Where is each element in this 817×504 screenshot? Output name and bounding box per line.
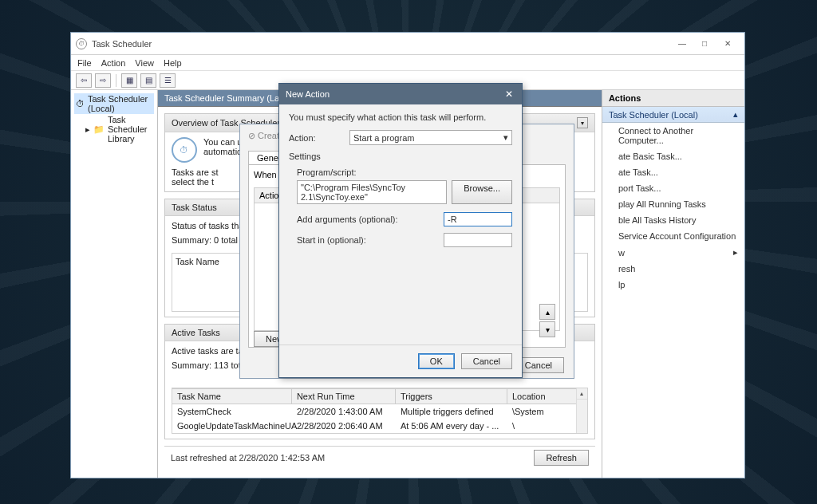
moveup-button[interactable]: ▴: [539, 304, 555, 320]
action-connect[interactable]: Connect to Another Computer...: [602, 123, 744, 148]
toolbar-icon-1[interactable]: ▦: [121, 73, 137, 88]
active-title: Active Tasks: [172, 328, 220, 337]
tasks-namecol: Task Name: [176, 257, 219, 266]
cell: 2/28/2020 2:06:40 AM: [292, 419, 396, 433]
action-select[interactable]: Start a program ▾: [349, 130, 512, 145]
status-title: Task Status: [172, 203, 217, 212]
tree-root[interactable]: ⏱ Task Scheduler (Local): [74, 93, 154, 114]
cell: 2/28/2020 1:43:00 AM: [292, 404, 396, 419]
tree-root-label: Task Scheduler (Local): [88, 94, 152, 113]
close-button[interactable]: ✕: [716, 36, 740, 52]
browse-button[interactable]: Browse...: [452, 180, 512, 204]
action-view[interactable]: w▸: [602, 244, 744, 261]
clock-icon: ⏱: [172, 137, 197, 163]
overview-line3: Tasks are st: [172, 167, 219, 177]
dialog-instruction: You must specify what action this task w…: [289, 112, 512, 122]
movedown-button[interactable]: ▾: [539, 321, 555, 337]
action-import-task[interactable]: port Task...: [602, 180, 744, 196]
forward-button[interactable]: ⇨: [95, 73, 111, 88]
chevron-down-icon: ▾: [503, 132, 508, 143]
close-icon[interactable]: ✕: [503, 88, 515, 100]
clock-icon: ⏱: [76, 99, 85, 108]
tree-library[interactable]: ▸ 📁 Task Scheduler Library: [84, 114, 154, 144]
col-triggers[interactable]: Triggers: [396, 389, 507, 404]
cancel-button[interactable]: Cancel: [461, 353, 512, 369]
col-location[interactable]: Location: [507, 389, 587, 404]
cell: \: [507, 419, 587, 433]
dialog-title: New Action: [286, 89, 330, 99]
tree-library-label: Task Scheduler Library: [108, 115, 152, 144]
last-refreshed-text: Last refreshed at 2/28/2020 1:42:53 AM: [171, 453, 325, 463]
status-bar: Last refreshed at 2/28/2020 1:42:53 AM R…: [164, 446, 595, 469]
actions-section-label: Task Scheduler (Local): [609, 110, 698, 120]
menu-file[interactable]: File: [77, 58, 92, 68]
expand-icon: ▸: [85, 124, 90, 135]
toolbar-icon-3[interactable]: ☰: [160, 73, 176, 88]
table-row[interactable]: SystemCheck 2/28/2020 1:43:00 AM Multipl…: [172, 404, 587, 419]
new-action-dialog: New Action ✕ You must specify what actio…: [278, 83, 523, 378]
menu-view[interactable]: View: [135, 58, 154, 68]
app-icon: ⏱: [76, 38, 87, 49]
col-nextrun[interactable]: Next Run Time: [292, 389, 396, 404]
overview-line2: automatic: [203, 147, 242, 156]
table-row[interactable]: GoogleUpdateTaskMachineUA 2/28/2020 2:06…: [172, 419, 587, 433]
title-area: ⏱ Task Scheduler: [76, 38, 671, 49]
action-selected: Start a program: [353, 133, 414, 143]
minimize-button[interactable]: —: [671, 36, 693, 52]
startin-input[interactable]: [444, 233, 512, 247]
startin-label: Start in (optional):: [297, 235, 439, 245]
folder-icon: 📁: [93, 124, 105, 135]
action-view-label: w: [618, 248, 625, 258]
action-label: Action:: [289, 133, 345, 143]
action-create-task[interactable]: ate Task...: [602, 164, 744, 180]
program-input[interactable]: "C:\Program Files\SyncToy 2.1\SyncToy.ex…: [297, 180, 447, 204]
active-listview[interactable]: Task Name Next Run Time Triggers Locatio…: [172, 388, 588, 434]
window-controls: — □ ✕: [671, 36, 740, 52]
cell: GoogleUpdateTaskMachineUA: [172, 419, 292, 433]
refresh-button[interactable]: Refresh: [534, 450, 589, 466]
titlebar[interactable]: ⏱ Task Scheduler — □ ✕: [71, 33, 744, 55]
dialog-titlebar[interactable]: New Action ✕: [279, 84, 522, 104]
menubar: File Action View Help: [71, 55, 744, 71]
chevron-up-icon: ▴: [733, 109, 738, 120]
scroll-up-icon[interactable]: ▴: [577, 388, 587, 400]
vscrollbar[interactable]: ▴: [576, 388, 587, 433]
maximize-button[interactable]: □: [693, 36, 716, 52]
chevron-right-icon: ▸: [733, 247, 738, 258]
collapse-icon[interactable]: ▾: [577, 117, 588, 128]
menu-help[interactable]: Help: [164, 58, 182, 68]
action-history[interactable]: ble All Tasks History: [602, 212, 744, 228]
tree-pane[interactable]: ⏱ Task Scheduler (Local) ▸ 📁 Task Schedu…: [71, 90, 158, 478]
cell: At 5:06 AM every day - ...: [396, 419, 507, 433]
menu-action[interactable]: Action: [101, 58, 126, 68]
cell: \System: [507, 404, 587, 419]
ok-button[interactable]: OK: [418, 353, 455, 369]
args-label: Add arguments (optional):: [297, 215, 439, 224]
col-taskname[interactable]: Task Name: [172, 389, 292, 404]
action-service-account[interactable]: Service Account Configuration: [602, 228, 744, 244]
overview-line4: select the t: [172, 177, 214, 187]
settings-label: Settings: [289, 152, 512, 161]
toolbar-icon-2[interactable]: ▤: [140, 73, 156, 88]
back-button[interactable]: ⇦: [76, 73, 92, 88]
cell: SystemCheck: [172, 404, 292, 419]
action-running-tasks[interactable]: play All Running Tasks: [602, 196, 744, 212]
table-header: Task Name Next Run Time Triggers Locatio…: [172, 388, 587, 404]
actions-pane: Actions Task Scheduler (Local)▴ Connect …: [602, 90, 744, 478]
action-basic-task[interactable]: ate Basic Task...: [602, 148, 744, 164]
ghost-icon: ⊘: [248, 131, 255, 140]
actions-title: Actions: [602, 90, 744, 107]
arguments-input[interactable]: -R: [444, 212, 512, 226]
action-help[interactable]: lp: [602, 277, 744, 293]
action-refresh[interactable]: resh: [602, 261, 744, 277]
cell: Multiple triggers defined: [396, 404, 507, 419]
actions-section[interactable]: Task Scheduler (Local)▴: [602, 107, 744, 123]
app-title: Task Scheduler: [92, 39, 152, 49]
program-label: Program/script:: [297, 167, 512, 177]
divider: [116, 74, 116, 87]
